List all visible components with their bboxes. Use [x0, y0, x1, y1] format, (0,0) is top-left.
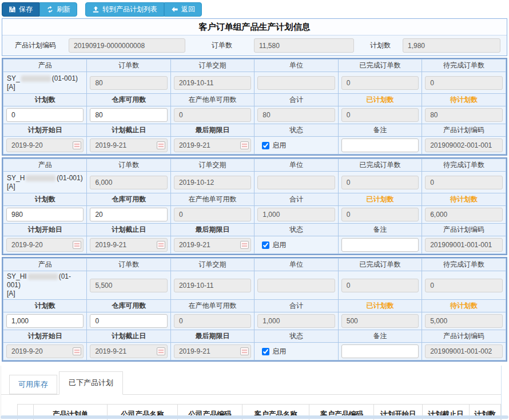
plan-start-input[interactable] [6, 138, 83, 152]
plan-qty-header: 计划数 [3, 193, 87, 206]
remark-input[interactable] [341, 138, 419, 152]
tab-placed-product-plans[interactable]: 已下产品计划 [59, 371, 123, 395]
warehouse-avail-header: 仓库可用数 [87, 193, 170, 206]
plan-start-header: 计划开始日 [3, 224, 87, 236]
plan-code-value [425, 138, 503, 152]
calendar-icon[interactable] [240, 347, 249, 355]
deadline-header: 最后期限日 [170, 124, 254, 137]
plan-qty-input[interactable] [6, 208, 83, 221]
deadline-header: 最后期限日 [170, 224, 254, 236]
to-plan-qty-header: 待计划数 [422, 94, 506, 106]
save-button[interactable]: 保存 [2, 2, 39, 17]
order-qty-header: 订单数 [87, 259, 170, 271]
status-header: 状态 [254, 224, 338, 236]
deadline-header: 最后期限日 [170, 330, 254, 343]
order-qty-label: 订单数 [190, 41, 254, 50]
warehouse-avail-input[interactable] [90, 314, 167, 328]
plan-start-header: 计划开始日 [3, 124, 87, 137]
order-qty-header: 订单数 [87, 60, 170, 72]
pending-orders-header: 待完成订单数 [422, 60, 506, 72]
deadline-input[interactable] [174, 238, 251, 252]
other-order-avail-value [174, 108, 251, 122]
plan-qty-input[interactable] [6, 314, 83, 328]
pending-orders-header: 待完成订单数 [422, 159, 506, 172]
deadline-input[interactable] [174, 138, 251, 152]
toolbar-group-right: 转到产品计划列表 返回 [85, 2, 202, 17]
plan-code-field [69, 38, 185, 53]
enabled-checkbox[interactable] [262, 241, 269, 249]
to-plan-qty-header: 待计划数 [422, 193, 506, 206]
calendar-icon[interactable] [157, 141, 165, 149]
other-order-avail-value [174, 208, 251, 221]
plan-qty-input[interactable] [6, 108, 83, 122]
total-value [257, 108, 335, 122]
unit-header: 单位 [254, 259, 338, 271]
enabled-checkbox-label: 启用 [257, 141, 335, 150]
plan-end-header: 计划截止日 [87, 124, 170, 137]
plan-end-input[interactable] [90, 138, 167, 152]
unit-header: 单位 [254, 159, 338, 172]
product-header: 产品 [3, 159, 87, 172]
calendar-icon[interactable] [157, 347, 165, 355]
completed-orders-header: 已完成订单数 [338, 60, 421, 72]
plan-start-input[interactable] [6, 238, 83, 252]
warehouse-avail-input[interactable] [90, 208, 167, 221]
remark-input[interactable] [341, 238, 419, 252]
remark-header: 备注 [338, 124, 421, 137]
plan-end-input[interactable] [90, 238, 167, 252]
to-plan-qty-value [425, 314, 503, 328]
calendar-icon[interactable] [73, 347, 81, 355]
status-header: 状态 [254, 330, 338, 343]
enabled-checkbox[interactable] [262, 348, 269, 355]
planned-qty-header: 已计划数 [338, 193, 421, 206]
calendar-icon[interactable] [240, 141, 249, 149]
order-due-header: 订单交期 [170, 159, 254, 172]
total-header: 合计 [254, 193, 338, 206]
plan-end-input[interactable] [90, 344, 167, 358]
warehouse-avail-input[interactable] [90, 108, 167, 122]
planned-qty-value [341, 208, 419, 221]
refresh-button-label: 刷新 [57, 6, 70, 13]
plan-end-header: 计划截止日 [87, 330, 170, 343]
unit-value [257, 279, 335, 292]
plan-start-input[interactable] [6, 344, 83, 358]
tab-available-inventory[interactable]: 可用库存 [9, 375, 57, 394]
calendar-icon[interactable] [157, 241, 165, 249]
remark-header: 备注 [338, 224, 421, 236]
unit-value [257, 176, 335, 189]
order-qty-field [254, 38, 354, 53]
order-due-value [174, 76, 251, 90]
total-value [257, 208, 335, 221]
calendar-icon[interactable] [240, 241, 249, 249]
product-header: 产品 [3, 259, 87, 271]
bottom-panel: 可用库存 已下产品计划 产品计划单 公司产品名称 公司产品编码 客户产品名称 客… [1, 366, 502, 420]
plan-code-header: 产品计划编码 [422, 124, 506, 137]
plan-blocks-container: 产品 订单数 订单交期 单位 已完成订单数 待完成订单数 SY_(01-001)… [0, 58, 509, 362]
other-order-avail-header: 在产他单可用数 [170, 193, 254, 206]
calendar-icon[interactable] [73, 241, 81, 249]
completed-orders-header: 已完成订单数 [338, 159, 421, 172]
calendar-icon[interactable] [73, 141, 81, 149]
product-name-cell: SY_HI(01-001) [A] [3, 271, 87, 300]
back-button[interactable]: 返回 [164, 2, 202, 17]
plan-code-header: 产品计划编码 [422, 330, 506, 343]
refresh-button[interactable]: 刷新 [39, 2, 77, 17]
enabled-checkbox[interactable] [262, 142, 269, 149]
deadline-input[interactable] [174, 344, 251, 358]
to-plan-qty-value [425, 208, 503, 221]
enabled-checkbox-label: 启用 [257, 347, 335, 356]
plan-code-value [425, 344, 503, 358]
order-qty-value [90, 279, 167, 292]
other-order-avail-value [174, 314, 251, 328]
remark-header: 备注 [338, 330, 421, 343]
redacted-product-name [28, 274, 58, 280]
unit-header: 单位 [254, 60, 338, 72]
toolbar: 保存 刷新 转到产品计划列表 返回 [0, 0, 509, 18]
goto-plan-list-button[interactable]: 转到产品计划列表 [85, 2, 164, 17]
back-arrow-icon [171, 6, 178, 13]
order-qty-value [90, 176, 167, 189]
save-icon [9, 6, 16, 13]
remark-input[interactable] [341, 344, 419, 358]
bottom-scrollbar-track[interactable] [1, 415, 508, 419]
plan-block: 产品 订单数 订单交期 单位 已完成订单数 待完成订单数 SY_(01-001)… [2, 58, 507, 156]
